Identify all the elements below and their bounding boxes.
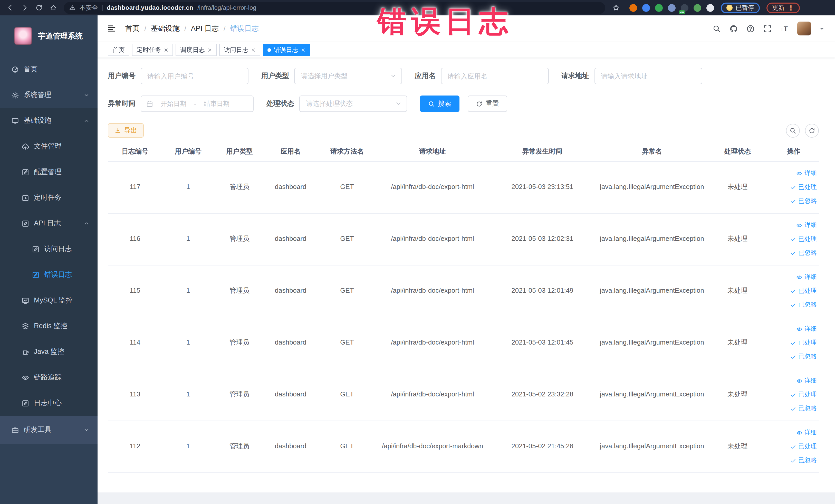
check-icon xyxy=(790,236,796,242)
sidebar-item-13[interactable]: 日志中心 xyxy=(0,390,98,416)
sidebar-item-0[interactable]: 首页 xyxy=(0,57,98,82)
bookmark-star-icon[interactable] xyxy=(612,4,619,12)
close-icon[interactable] xyxy=(207,47,212,52)
action-processed[interactable]: 已处理 xyxy=(771,336,817,350)
sidebar-item-10[interactable]: Redis 监控 xyxy=(0,313,98,339)
check-icon xyxy=(790,391,796,398)
action-processed[interactable]: 已处理 xyxy=(771,232,817,246)
refresh-table-button[interactable] xyxy=(805,124,819,138)
tab-1[interactable]: 定时任务 xyxy=(132,44,173,56)
address-bar[interactable]: 不安全 dashboard.yudao.iocoder.cn/infra/log… xyxy=(64,2,605,14)
action-processed[interactable]: 已处理 xyxy=(771,388,817,402)
breadcrumb-item-0[interactable]: 首页 xyxy=(125,24,140,33)
breadcrumb-item-1[interactable]: 基础设施 xyxy=(151,24,180,33)
green-leaf-extension-icon[interactable] xyxy=(694,4,701,12)
action-detail[interactable]: 详细 xyxy=(771,322,817,336)
reload-icon[interactable] xyxy=(35,4,43,12)
blue-shield-extension-icon[interactable] xyxy=(642,4,650,12)
action-ignored[interactable]: 已忽略 xyxy=(771,453,817,467)
action-processed[interactable]: 已处理 xyxy=(771,180,817,194)
help-icon[interactable] xyxy=(746,24,754,33)
close-icon[interactable] xyxy=(251,47,256,52)
user-id-input[interactable] xyxy=(141,68,248,84)
start-date-input[interactable] xyxy=(156,100,191,107)
cell-app_name: dashboard xyxy=(265,161,316,213)
action-ignored[interactable]: 已忽略 xyxy=(771,246,817,260)
action-detail[interactable]: 详细 xyxy=(771,166,817,180)
sidebar-item-8[interactable]: 错误日志 xyxy=(0,262,98,287)
sidebar-item-2[interactable]: 基础设施 xyxy=(0,108,98,134)
reset-button[interactable]: 重置 xyxy=(468,96,507,112)
edit-icon xyxy=(22,168,29,176)
onoff-extension-icon[interactable]: on xyxy=(681,4,688,12)
cell-exception: java.lang.IllegalArgumentException xyxy=(597,213,707,265)
tab-4[interactable]: 错误日志 xyxy=(263,44,310,56)
coffee-icon xyxy=(22,348,29,356)
orange-target-extension-icon[interactable] xyxy=(629,4,637,12)
exception-time-range-picker[interactable]: - xyxy=(141,96,253,112)
user-type-select[interactable]: 请选择用户类型 xyxy=(294,68,402,84)
export-button[interactable]: 导出 xyxy=(108,123,144,138)
sidebar-item-11[interactable]: Java 监控 xyxy=(0,339,98,365)
refresh-icon xyxy=(476,100,483,107)
collapse-sidebar-icon[interactable] xyxy=(107,24,116,33)
close-icon[interactable] xyxy=(164,47,168,52)
sidebar-item-7[interactable]: 访问日志 xyxy=(0,236,98,262)
chevron-down-icon xyxy=(84,427,89,432)
browser-update-button[interactable]: 更新 ⋮ xyxy=(767,2,800,13)
cell-method: GET xyxy=(316,265,378,317)
request-url-input[interactable] xyxy=(594,68,702,84)
action-processed[interactable]: 已处理 xyxy=(771,284,817,298)
fullscreen-icon[interactable] xyxy=(763,24,771,33)
search-icon[interactable] xyxy=(712,24,720,33)
process-status-select[interactable]: 请选择处理状态 xyxy=(299,96,407,112)
sidebar-item-4[interactable]: 配置管理 xyxy=(0,159,98,185)
end-date-input[interactable] xyxy=(199,100,234,107)
sidebar-item-14[interactable]: 研发工具 xyxy=(0,416,98,444)
blue-grid-extension-icon[interactable] xyxy=(668,4,676,12)
back-icon[interactable] xyxy=(6,4,14,12)
sidebar-item-label: 定时任务 xyxy=(34,193,62,202)
sidebar-item-3[interactable]: 文件管理 xyxy=(0,134,98,159)
action-ignored[interactable]: 已忽略 xyxy=(771,402,817,416)
action-ignored[interactable]: 已忽略 xyxy=(771,194,817,208)
github-icon[interactable] xyxy=(729,24,737,33)
tab-0[interactable]: 首页 xyxy=(108,44,129,56)
font-size-icon[interactable]: TT xyxy=(780,24,788,33)
action-ignored[interactable]: 已忽略 xyxy=(771,350,817,364)
tab-3[interactable]: 访问日志 xyxy=(219,44,260,56)
action-detail[interactable]: 详细 xyxy=(771,270,817,284)
tab-2[interactable]: 调度日志 xyxy=(176,44,217,56)
action-detail[interactable]: 详细 xyxy=(771,218,817,232)
search-button[interactable]: 搜索 xyxy=(420,96,460,112)
cell-status: 未处理 xyxy=(707,317,769,369)
action-label: 已处理 xyxy=(798,183,817,192)
paused-label: 已暂停 xyxy=(736,3,754,12)
sidebar-item-6[interactable]: API 日志 xyxy=(0,210,98,236)
app-name-input[interactable] xyxy=(441,68,549,84)
action-ignored[interactable]: 已忽略 xyxy=(771,298,817,312)
action-detail[interactable]: 详细 xyxy=(771,426,817,440)
user-menu-caret-icon[interactable] xyxy=(820,27,824,32)
home-icon[interactable] xyxy=(49,4,57,12)
cell-method: GET xyxy=(316,317,378,369)
action-detail[interactable]: 详细 xyxy=(771,374,817,388)
action-processed[interactable]: 已处理 xyxy=(771,440,817,453)
sidebar-item-5[interactable]: 定时任务 xyxy=(0,185,98,210)
user-avatar[interactable] xyxy=(797,22,811,36)
sidebar-item-9[interactable]: MySQL 监控 xyxy=(0,287,98,313)
browser-menu-icon[interactable]: ⋮ xyxy=(788,4,794,12)
close-icon[interactable] xyxy=(301,47,305,52)
cell-exception: java.lang.IllegalArgumentException xyxy=(597,369,707,421)
breadcrumb-item-2[interactable]: API 日志 xyxy=(191,24,219,33)
cell-time: 2021-05-02 23:32:28 xyxy=(487,369,597,421)
sidebar-item-12[interactable]: 链路追踪 xyxy=(0,365,98,390)
green-check-extension-icon[interactable] xyxy=(655,4,663,12)
logo-row[interactable]: 芋道管理系统 xyxy=(0,15,98,57)
toggle-search-button[interactable] xyxy=(786,124,800,138)
paused-extension-button[interactable]: 已暂停 xyxy=(721,2,760,13)
sidebar-item-1[interactable]: 系统管理 xyxy=(0,82,98,108)
forward-icon[interactable] xyxy=(21,4,28,12)
white-puzzle-extension-icon[interactable] xyxy=(707,4,714,12)
schedule-icon xyxy=(22,194,29,202)
